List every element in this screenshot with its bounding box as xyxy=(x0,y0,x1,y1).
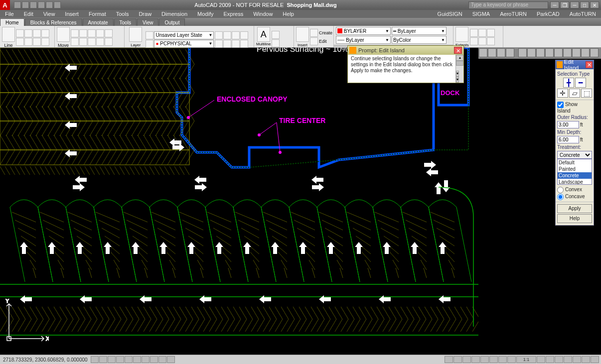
selection-mode-1[interactable]: ✛ xyxy=(557,89,568,98)
tab-annotate[interactable]: Annotate xyxy=(83,18,114,26)
layer-tool-5[interactable] xyxy=(215,40,223,48)
rtool-7[interactable] xyxy=(536,48,545,57)
qat-save-icon[interactable] xyxy=(30,1,37,8)
treatment-listbox[interactable]: Default Painted Concrete Landscape xyxy=(557,159,592,185)
toolbar-lock-button[interactable] xyxy=(564,356,572,363)
lwt-toggle[interactable] xyxy=(158,356,166,363)
menu-aeroturn[interactable]: AeroTURN xyxy=(495,11,532,17)
lineweight-combo[interactable]: ━ ByLayer▼ xyxy=(392,27,447,35)
modify-tool-5[interactable] xyxy=(105,29,113,37)
dyn-toggle[interactable] xyxy=(150,356,158,363)
menu-dimension[interactable]: Dimension xyxy=(156,11,192,17)
zoom-extents-button[interactable] xyxy=(455,27,468,42)
scroll-up-icon[interactable]: ▴ xyxy=(456,55,463,61)
concave-radio[interactable]: Concave xyxy=(557,194,592,200)
draw-tool-4[interactable] xyxy=(41,29,49,37)
menu-edit[interactable]: Edit xyxy=(19,11,38,17)
treatment-option-landscape[interactable]: Landscape xyxy=(558,179,592,185)
anno-tool-1[interactable] xyxy=(272,31,280,39)
current-layer-combo[interactable]: ● PCPHYSICAL▼ xyxy=(154,40,214,48)
clean-screen-button[interactable] xyxy=(591,356,599,363)
qat-open-icon[interactable] xyxy=(22,1,29,8)
rtool-4[interactable] xyxy=(506,48,514,57)
layer-tool-3[interactable] xyxy=(232,31,240,39)
modify-tool-10[interactable] xyxy=(105,38,113,46)
model-space-button[interactable] xyxy=(445,356,453,363)
qv-layouts-button[interactable] xyxy=(462,356,471,363)
close-button[interactable]: ✕ xyxy=(590,1,599,8)
show-island-checkbox[interactable]: Show Island xyxy=(557,102,592,114)
modify-tool-8[interactable] xyxy=(88,38,96,46)
rtool-10[interactable] xyxy=(563,48,572,57)
modify-tool-3[interactable] xyxy=(88,29,96,37)
layer-btn-1[interactable] xyxy=(146,31,153,39)
layer-tool-4[interactable] xyxy=(240,31,248,39)
showmotion-button[interactable] xyxy=(507,356,516,363)
layer-tool-6[interactable] xyxy=(223,40,231,48)
app-logo[interactable]: A xyxy=(0,0,10,10)
modify-tool-9[interactable] xyxy=(96,38,104,46)
menu-express[interactable]: Express xyxy=(218,11,248,17)
util-tool-1[interactable] xyxy=(470,29,478,37)
menu-file[interactable]: File xyxy=(0,11,19,17)
island-close-button[interactable]: ✕ xyxy=(586,61,593,68)
anno-auto-button[interactable] xyxy=(546,356,554,363)
draw-tool-5[interactable] xyxy=(16,38,24,46)
anno-vis-button[interactable] xyxy=(537,356,545,363)
util-tool-3[interactable] xyxy=(487,29,495,37)
selection-add-button[interactable]: ╋ xyxy=(563,78,574,88)
util-tool-5[interactable] xyxy=(478,37,486,45)
ws-switch-button[interactable] xyxy=(555,356,563,363)
qat-redo-icon[interactable] xyxy=(46,1,53,8)
pan-button[interactable] xyxy=(480,356,489,363)
ducs-toggle[interactable] xyxy=(142,356,150,363)
selection-remove-button[interactable]: ━ xyxy=(575,78,586,88)
tab-output[interactable]: Output xyxy=(159,18,185,26)
modify-tool-6[interactable] xyxy=(71,38,79,46)
apply-button[interactable]: Apply xyxy=(557,204,592,213)
layer-state-combo[interactable]: Unsaved Layer State▼ xyxy=(154,31,214,39)
qat-new-icon[interactable] xyxy=(14,1,21,8)
treatment-select[interactable]: Concrete xyxy=(557,151,592,159)
rtool-1[interactable] xyxy=(479,48,487,57)
menu-help[interactable]: Help xyxy=(278,11,299,17)
util-tool-2[interactable] xyxy=(478,29,486,37)
menu-autoturn[interactable]: AutoTURN xyxy=(565,11,601,17)
convex-radio[interactable]: Convex xyxy=(557,187,592,193)
linetype-combo[interactable]: ── ByLayer▼ xyxy=(336,36,391,44)
maximize-button[interactable]: □ xyxy=(580,1,589,8)
minimize-icon[interactable]: ─ xyxy=(550,1,559,8)
isolate-button[interactable] xyxy=(582,356,590,363)
steering-button[interactable] xyxy=(498,356,507,363)
drawing-canvas[interactable]: Pervious Surfacing ~ 10% ENCLOSED CANOPY… xyxy=(0,48,478,355)
rtool-12[interactable] xyxy=(581,48,590,57)
move-tool[interactable] xyxy=(57,27,70,42)
plotstyle-combo[interactable]: ByColor▼ xyxy=(392,36,447,44)
menu-view[interactable]: View xyxy=(38,11,60,17)
qat-undo-icon[interactable] xyxy=(38,1,45,8)
prompt-close-button[interactable]: ✕ xyxy=(454,47,462,54)
layer-tool-7[interactable] xyxy=(232,40,240,48)
draw-tool-2[interactable] xyxy=(24,29,32,37)
anno-tool-2[interactable] xyxy=(272,39,280,47)
rtool-6[interactable] xyxy=(527,48,536,57)
rtool-8[interactable] xyxy=(545,48,554,57)
modify-tool-7[interactable] xyxy=(79,38,87,46)
qp-toggle[interactable] xyxy=(167,356,175,363)
menu-window[interactable]: Window xyxy=(248,11,278,17)
menu-tools[interactable]: Tools xyxy=(111,11,134,17)
draw-tool-8[interactable] xyxy=(41,38,49,46)
snap-toggle[interactable] xyxy=(91,356,99,363)
tab-tools[interactable]: Tools xyxy=(114,18,137,26)
menu-draw[interactable]: Draw xyxy=(134,11,156,17)
layer-tool-1[interactable] xyxy=(215,31,223,39)
insert-block-button[interactable] xyxy=(296,27,309,42)
block-edit-button[interactable] xyxy=(310,37,318,45)
qv-drawings-button[interactable] xyxy=(471,356,480,363)
tab-home[interactable]: Home xyxy=(0,18,24,26)
scroll-thumb[interactable] xyxy=(456,61,463,66)
minimize-button[interactable]: ─ xyxy=(570,1,579,8)
mtext-button[interactable]: A xyxy=(257,27,270,42)
qat-plot-icon[interactable] xyxy=(54,1,61,8)
util-tool-4[interactable] xyxy=(470,37,478,45)
